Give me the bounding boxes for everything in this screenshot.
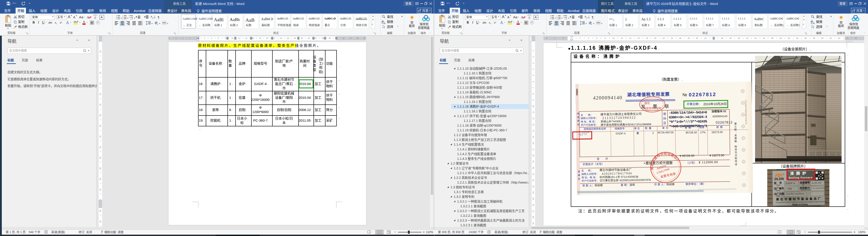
svg-text:字: 字: [97, 21, 99, 24]
svg-text:▼: ▼: [585, 23, 587, 25]
svg-text:▼: ▼: [159, 23, 161, 25]
svg-text:1: 1: [122, 15, 123, 17]
svg-text:▼: ▼: [555, 17, 556, 19]
svg-text:▼: ▼: [593, 23, 595, 25]
svg-text:A: A: [66, 20, 69, 25]
svg-text:▼: ▼: [561, 17, 563, 19]
svg-text:A: A: [517, 20, 519, 24]
svg-text:↻ac: ↻ac: [811, 22, 815, 24]
svg-text:A: A: [585, 15, 586, 18]
svg-text:DLDN: DLDN: [774, 177, 784, 181]
svg-text:¶: ¶: [158, 16, 159, 19]
svg-text:↻ac: ↻ac: [381, 22, 386, 24]
svg-text:2: 2: [557, 17, 557, 18]
svg-text:3: 3: [557, 18, 557, 20]
svg-text:A: A: [83, 20, 85, 24]
svg-text:▼: ▼: [601, 23, 602, 25]
svg-text:2: 2: [122, 17, 123, 18]
svg-text:A: A: [150, 15, 152, 18]
svg-text:▼: ▼: [120, 17, 122, 19]
svg-text:ab: ab: [508, 21, 510, 23]
svg-text:1: 1: [557, 15, 557, 17]
svg-text:Z: Z: [152, 17, 154, 19]
svg-text:¶: ¶: [592, 16, 594, 19]
svg-text:字: 字: [531, 21, 533, 24]
svg-text:ab: ab: [74, 21, 76, 23]
svg-text:3: 3: [122, 18, 123, 20]
svg-text:▼: ▼: [151, 23, 153, 25]
svg-text:▼: ▼: [167, 23, 168, 25]
svg-text:▼: ▼: [134, 17, 135, 19]
svg-text:®: ®: [783, 173, 784, 175]
svg-text:▼: ▼: [568, 17, 570, 19]
svg-text:Z: Z: [586, 17, 588, 19]
svg-text:A: A: [500, 20, 503, 25]
svg-text:▼: ▼: [127, 17, 129, 19]
